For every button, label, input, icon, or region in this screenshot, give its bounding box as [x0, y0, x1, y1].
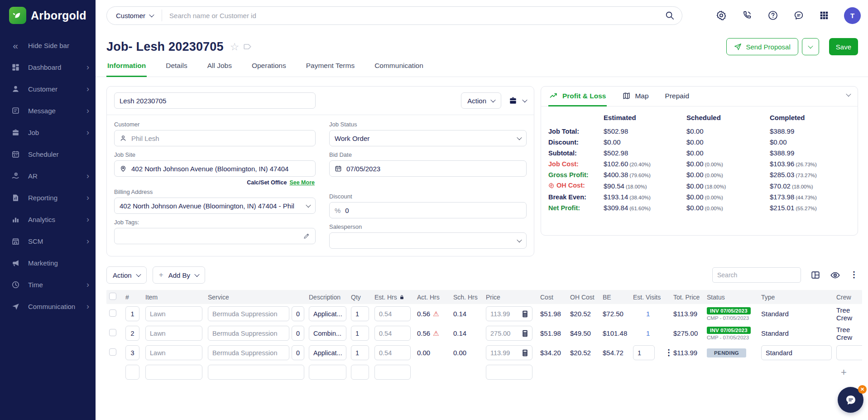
row-checkbox[interactable] — [109, 348, 116, 356]
items-action-dropdown[interactable]: Action — [106, 266, 147, 284]
line-number[interactable]: 3 — [125, 345, 139, 360]
line-number[interactable]: 1 — [125, 306, 139, 321]
customer-field[interactable]: Phil Lesh — [114, 130, 316, 146]
description-input[interactable] — [309, 365, 346, 380]
calculator-icon[interactable] — [522, 330, 528, 337]
bid-date-field[interactable]: 07/05/2023 — [329, 160, 527, 177]
service-input[interactable]: Bermuda Suppression — [208, 326, 289, 341]
est-hrs-input[interactable]: 0.54 — [374, 326, 411, 341]
search-scope-dropdown[interactable]: Customer — [107, 12, 162, 19]
crew-input[interactable] — [836, 345, 862, 360]
line-number-input[interactable] — [125, 365, 139, 380]
price-input[interactable] — [486, 365, 532, 380]
apps-grid-icon[interactable] — [819, 10, 829, 20]
discount-field[interactable]: % 0 — [329, 202, 527, 218]
description-input[interactable]: Applicat... — [309, 306, 346, 321]
warning-icon[interactable]: ⚠ — [433, 310, 439, 317]
tab-details[interactable]: Details — [165, 59, 188, 77]
sidebar-item-analytics[interactable]: Analytics › — [0, 208, 96, 230]
items-search-input[interactable] — [712, 267, 801, 283]
help-icon[interactable] — [767, 10, 778, 21]
service-badge[interactable]: 0 — [292, 345, 304, 360]
favorite-star-icon[interactable]: ☆ — [230, 42, 240, 52]
sidebar-item-time[interactable]: Time › — [0, 274, 96, 295]
row-menu-icon[interactable]: ⋮ — [665, 351, 673, 355]
tab-payment-terms[interactable]: Payment Terms — [305, 59, 355, 77]
item-input[interactable]: Lawn — [145, 326, 202, 341]
job-status-select[interactable]: Work Order — [329, 130, 527, 146]
tab-information[interactable]: Information — [106, 59, 147, 77]
item-input[interactable]: Lawn — [145, 306, 202, 321]
price-input[interactable]: 275.00 — [486, 326, 532, 341]
tab-profit-loss[interactable]: Profit & Loss — [548, 87, 607, 106]
qty-input[interactable]: 1 — [351, 326, 369, 341]
item-input[interactable] — [145, 365, 202, 380]
job-site-field[interactable]: 402 North Johnson Avenue (Bloomington, I… — [114, 160, 316, 177]
est-visits-input[interactable]: 1 — [633, 345, 655, 360]
sidebar-item-reporting[interactable]: Reporting › — [0, 187, 96, 208]
qty-input[interactable]: 1 — [351, 345, 369, 360]
tab-communication[interactable]: Communication — [374, 59, 424, 77]
sidebar-item-job[interactable]: Job › — [0, 121, 96, 143]
tab-prepaid[interactable]: Prepaid — [664, 87, 690, 106]
salesperson-select[interactable] — [329, 232, 527, 249]
price-input[interactable]: 113.99 — [486, 306, 532, 321]
tag-icon[interactable] — [243, 42, 253, 52]
select-all-checkbox[interactable] — [109, 293, 116, 300]
qty-input[interactable] — [351, 365, 369, 380]
calculator-icon[interactable] — [522, 310, 528, 318]
global-search-input[interactable] — [162, 12, 665, 19]
type-input[interactable]: Standard — [761, 345, 832, 360]
pencil-icon[interactable] — [303, 232, 310, 240]
service-badge[interactable]: 0 — [292, 306, 304, 321]
line-number[interactable]: 2 — [125, 326, 139, 341]
see-more-link[interactable]: See More — [289, 179, 315, 186]
item-input[interactable]: Lawn — [145, 345, 202, 360]
more-options-icon[interactable]: ⋮ — [850, 273, 858, 277]
est-visits-link[interactable]: 1 — [633, 310, 650, 318]
service-input[interactable]: Bermuda Suppression — [208, 345, 289, 360]
chat-icon[interactable] — [793, 10, 804, 21]
phone-icon[interactable] — [742, 10, 753, 21]
chat-widget-button[interactable]: ✕ — [838, 387, 863, 413]
sidebar-item-ar[interactable]: AR › — [0, 165, 96, 187]
est-hrs-input[interactable] — [374, 365, 411, 380]
send-proposal-dropdown-button[interactable] — [802, 38, 819, 55]
collapse-chevron-icon[interactable] — [846, 92, 851, 97]
description-input[interactable]: Combin... — [309, 326, 346, 341]
price-input[interactable]: 113.99 — [486, 345, 532, 360]
sidebar-item-scheduler[interactable]: Scheduler — [0, 143, 96, 165]
service-badge[interactable]: 0 — [292, 326, 304, 341]
settings-gear-icon[interactable] — [716, 10, 727, 21]
add-row-plus-icon[interactable]: + — [836, 367, 847, 378]
job-action-dropdown[interactable]: Action — [461, 92, 501, 109]
job-tags-field[interactable] — [114, 228, 316, 244]
sidebar-item-scm[interactable]: SCM › — [0, 230, 96, 252]
brand[interactable]: Arborgold — [0, 0, 96, 31]
calculator-icon[interactable] — [522, 349, 528, 357]
visibility-eye-icon[interactable] — [830, 270, 840, 280]
add-by-dropdown[interactable]: + Add By — [153, 266, 205, 284]
layout-columns-icon[interactable] — [810, 270, 820, 280]
sidebar-item-message[interactable]: Message › — [0, 100, 96, 121]
sidebar-item-hide-sidebar[interactable]: « Hide Side bar — [0, 34, 96, 56]
search-icon[interactable] — [665, 10, 682, 20]
sidebar-item-customer[interactable]: Customer › — [0, 78, 96, 100]
row-checkbox[interactable] — [109, 329, 116, 336]
billing-address-select[interactable]: 402 North Johnson Avenue (Bloomington, I… — [114, 198, 316, 214]
send-proposal-button[interactable]: Send Proposal — [726, 38, 798, 55]
service-input[interactable]: Bermuda Suppression — [208, 306, 289, 321]
job-type-menu[interactable] — [508, 96, 527, 105]
save-button[interactable]: Save — [829, 38, 858, 55]
chat-close-badge[interactable]: ✕ — [858, 385, 867, 394]
user-avatar[interactable]: T — [844, 7, 861, 24]
job-name-input[interactable] — [114, 92, 316, 109]
est-hrs-input[interactable]: 0.54 — [374, 306, 411, 321]
est-hrs-input[interactable]: 0.54 — [374, 345, 411, 360]
est-visits-link[interactable]: 1 — [633, 329, 650, 337]
tab-map[interactable]: Map — [621, 87, 649, 106]
row-checkbox[interactable] — [109, 309, 116, 317]
description-input[interactable]: Applicat... — [309, 345, 346, 360]
tab-operations[interactable]: Operations — [251, 59, 287, 77]
service-input[interactable] — [208, 365, 304, 380]
